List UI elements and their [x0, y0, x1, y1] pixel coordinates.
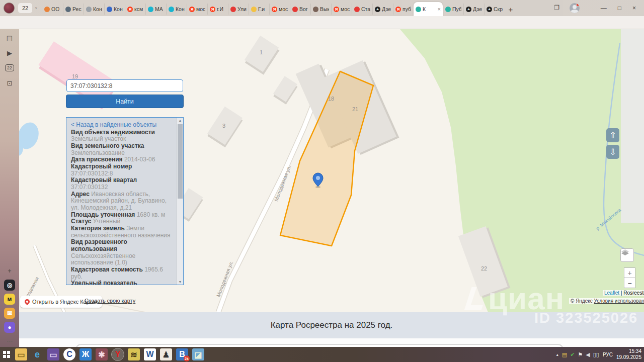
tab[interactable]: Кон: [166, 4, 187, 15]
professor-icon[interactable]: ♟: [160, 348, 172, 360]
tabs-count[interactable]: 22: [0, 61, 19, 74]
tab[interactable]: ОО: [42, 4, 63, 15]
tab-favicon-icon: +: [487, 7, 492, 12]
tab-favicon-icon: [230, 7, 236, 12]
find-button[interactable]: Найти: [66, 95, 184, 108]
tab[interactable]: Пуб: [443, 4, 463, 15]
tray-flag-icon[interactable]: ⚑: [578, 352, 583, 357]
cadastral-search-input[interactable]: [66, 79, 183, 92]
tab[interactable]: Кон: [84, 4, 104, 15]
yandex-attribution: © Яндекс Условия использования: [569, 298, 644, 304]
side-panel-icon[interactable]: ❐: [554, 4, 559, 11]
photos-icon[interactable]: ◪: [192, 348, 204, 360]
info-row: Дата присвоения 2014-03-06: [71, 156, 175, 163]
layers-button[interactable]: [620, 248, 634, 262]
nalog-icon[interactable]: Ж: [79, 348, 92, 360]
scrollbar-thumb[interactable]: [178, 124, 183, 199]
tray-sound-icon[interactable]: ◀: [586, 352, 590, 357]
info-row: Площадь уточненная 1680 кв. м: [71, 212, 175, 219]
scroll-up-icon[interactable]: ▲: [177, 119, 183, 122]
banner-bar: Карта Росреестра на 2025 год.: [19, 312, 644, 338]
map-canvas[interactable]: р. Михайловка: [19, 29, 644, 312]
info-label: Кадастровый номер: [71, 163, 132, 170]
tab[interactable]: Ямос: [187, 4, 207, 15]
tab-favicon-icon: [148, 7, 153, 12]
explorer-icon[interactable]: ▭: [15, 348, 27, 360]
info-row: Адрес Ивановская область, Кинешемский ра…: [71, 191, 175, 212]
start-button[interactable]: [0, 347, 13, 362]
tab-close-icon[interactable]: ×: [438, 6, 441, 12]
play-icon[interactable]: ▶: [0, 46, 19, 59]
tray-folder-icon[interactable]: ▤: [562, 352, 567, 357]
remote-app-icon[interactable]: ▭: [47, 348, 59, 360]
tab[interactable]: Яг.И: [207, 4, 228, 15]
info-value: 37:07:030132: [71, 184, 108, 191]
yandex-browser-icon[interactable]: Y: [112, 348, 124, 360]
zoom-out-button[interactable]: −: [624, 278, 635, 288]
bee-icon[interactable]: ≋: [128, 348, 140, 360]
tab[interactable]: +Дзе: [463, 4, 484, 15]
mail-app-icon[interactable]: ✉: [4, 308, 15, 319]
pan-down-button[interactable]: ⇩: [606, 145, 619, 159]
tab[interactable]: Рес: [63, 4, 84, 15]
word-icon[interactable]: W: [144, 348, 156, 360]
tray-shield-icon[interactable]: ✔: [570, 352, 575, 357]
tab[interactable]: МА: [145, 4, 166, 15]
scroll-down-icon[interactable]: ▼: [177, 280, 183, 284]
add-panel-icon[interactable]: +: [4, 265, 15, 277]
clock[interactable]: 15:34 19.09.2025: [616, 348, 641, 360]
minimize-button[interactable]: —: [601, 5, 607, 12]
tab[interactable]: Ста: [352, 4, 372, 15]
tab[interactable]: +Скр: [484, 4, 505, 15]
back-to-results-link[interactable]: < Назад в найденные объекты: [71, 122, 175, 129]
tab[interactable]: Вог: [290, 4, 310, 15]
profile-icon[interactable]: [570, 3, 580, 13]
tab-counter-chevron-icon[interactable]: ⌄: [34, 5, 38, 10]
tab[interactable]: Вык: [310, 4, 331, 15]
tabs-count-glyph: 22: [5, 64, 14, 71]
alice-app-icon[interactable]: ●: [4, 322, 15, 333]
language-indicator[interactable]: РУС: [603, 352, 613, 357]
tab-label: Ули: [237, 6, 247, 12]
ie-icon[interactable]: e: [31, 348, 43, 360]
screenshot-icon[interactable]: ⊡: [0, 76, 19, 89]
messenger-app-icon[interactable]: ◎: [4, 280, 15, 291]
info-label: Дата присвоения: [71, 156, 124, 163]
info-row: Кадастровая стоимость 1965.6 руб.: [71, 266, 175, 280]
panel-scrollbar[interactable]: ▲ ▼: [177, 118, 183, 285]
leaflet-link[interactable]: Leaflet: [604, 290, 619, 296]
info-label: Кадастровый квартал: [71, 176, 137, 184]
tab[interactable]: Кон: [104, 4, 125, 15]
more-icon[interactable]: ⋯: [4, 336, 15, 347]
tab-favicon-icon: Я: [127, 7, 133, 12]
info-value: 37:07:030132:8: [71, 170, 113, 177]
tab[interactable]: Яксм: [125, 4, 145, 15]
tab-active[interactable]: К×: [414, 2, 443, 16]
vk-2k-icon[interactable]: В2k: [176, 348, 188, 360]
flowers-icon[interactable]: ✱: [96, 348, 108, 360]
tab[interactable]: +Дзе: [372, 4, 393, 15]
tab-counter[interactable]: 22: [18, 3, 32, 13]
tab-label: мос: [279, 6, 288, 12]
zoom-in-button[interactable]: +: [624, 267, 635, 278]
tab[interactable]: Г.и: [249, 4, 269, 15]
consultant-icon[interactable]: С: [63, 348, 75, 360]
create-map-link[interactable]: Создать свою карту: [85, 298, 135, 304]
music-app-icon[interactable]: м: [4, 294, 15, 305]
maximize-button[interactable]: □: [618, 5, 621, 12]
tab[interactable]: Ямос: [331, 4, 352, 15]
tab-label: Кон: [93, 6, 102, 12]
browser-logo-icon[interactable]: [4, 3, 15, 14]
tab[interactable]: Ямос: [269, 4, 290, 15]
tray-chevron-icon[interactable]: ▴: [556, 352, 558, 357]
tab[interactable]: Ули: [228, 4, 249, 15]
screenshot-icon-glyph: ⊡: [7, 79, 13, 87]
tab[interactable]: Япуб: [393, 4, 414, 15]
terms-link[interactable]: Условия использования: [594, 298, 644, 304]
tab-label: Дзе: [382, 6, 391, 12]
new-tab-button[interactable]: +: [505, 5, 517, 14]
close-button[interactable]: ×: [632, 5, 636, 12]
feed-icon[interactable]: ▤: [0, 31, 19, 44]
tray-network-icon[interactable]: ▯▯: [593, 352, 599, 357]
pan-up-button[interactable]: ⇧: [606, 128, 619, 142]
